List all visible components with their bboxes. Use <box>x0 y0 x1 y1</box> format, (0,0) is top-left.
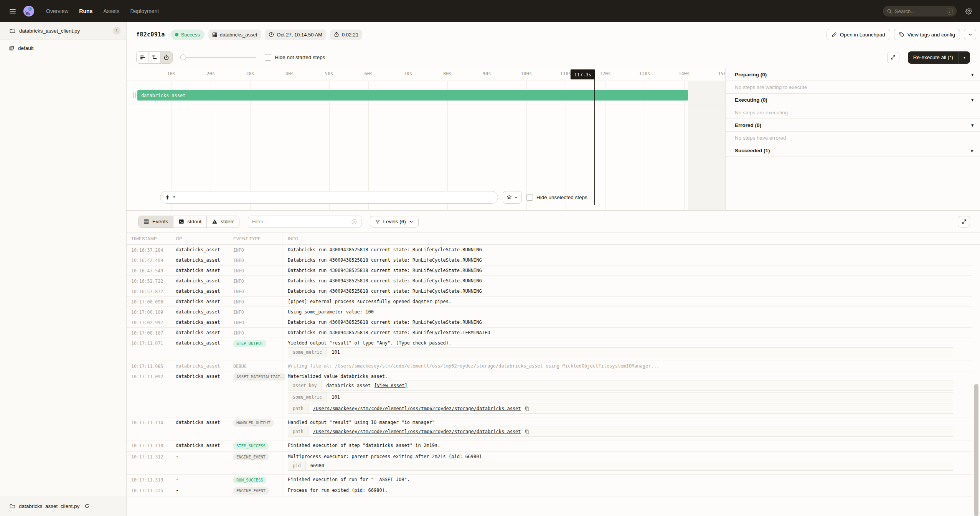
log-timestamp: 10:17:11.085 <box>127 361 172 371</box>
path-link[interactable]: /Users/smackesey/stm/code/elementl/oss/t… <box>313 429 521 434</box>
log-tabs: Eventsstdoutstderr <box>138 216 239 228</box>
gantt-chart: 10s20s30s40s50s60s70s80s90s100s110s120s1… <box>127 68 725 210</box>
waterfall-view-button[interactable] <box>148 52 160 63</box>
tab-stdout[interactable]: stdout <box>173 216 207 228</box>
levels-dropdown-button[interactable]: Levels (6) <box>370 216 419 228</box>
log-event-type-cell: STEP_SUCCESS <box>230 440 282 451</box>
log-event-type-cell: HANDLED_OUTPUT <box>230 417 282 440</box>
event-type-badge: STEP_SUCCESS <box>233 442 269 450</box>
status-section-header[interactable]: Errored (0)▾ <box>726 119 980 132</box>
status-section-header[interactable]: Preparing (0)▾ <box>726 68 980 81</box>
search-placeholder: Search... <box>895 8 915 14</box>
log-info-text: [pipes] external process successfully op… <box>288 299 965 304</box>
sidebar-item-repository[interactable]: default <box>0 40 126 57</box>
tab-events[interactable]: Events <box>139 216 173 228</box>
log-table-header: TIMESTAMP OP EVENT TYPE INFO <box>127 233 980 245</box>
status-section-header[interactable]: Succeeded (1)▸ <box>726 144 980 157</box>
gantt-zoom-slider[interactable] <box>181 54 256 61</box>
log-row: 10:16:52.722databricks_assetINFODatabric… <box>127 276 972 286</box>
log-row: 10:17:08.187databricks_assetINFODatabric… <box>127 328 972 338</box>
log-timestamp: 10:16:52.722 <box>127 276 172 286</box>
hide-not-started-checkbox[interactable] <box>265 54 271 61</box>
search-icon <box>887 8 892 14</box>
gantt-toolbar: Hide not started steps Re-execute all (*… <box>127 47 980 68</box>
open-in-launchpad-button[interactable]: Open in Launchpad <box>827 29 890 40</box>
gantt-fullscreen-button[interactable] <box>887 52 899 63</box>
dagster-logo-icon[interactable] <box>23 5 35 17</box>
gantt-step-bar[interactable]: databricks_asset <box>137 90 688 101</box>
nav-item-runs[interactable]: Runs <box>79 8 92 14</box>
log-scrollbar[interactable] <box>974 384 978 516</box>
run-start-marker <box>133 92 134 98</box>
path-link[interactable]: /Users/smackesey/stm/code/elementl/oss/t… <box>313 406 521 411</box>
menu-icon[interactable] <box>8 6 18 16</box>
caret-down-icon: ▾ <box>971 123 973 128</box>
clear-filter-icon[interactable] <box>351 219 357 225</box>
gear-icon[interactable] <box>965 8 972 15</box>
hide-not-started-control: Hide not started steps <box>265 54 325 61</box>
start-time-tag: Oct 27, 10:14:50 AM <box>265 30 326 40</box>
expand-icon <box>961 219 967 224</box>
gantt-tick-label: 70s <box>404 71 412 76</box>
sidebar-footer: databricks_asset_client.py <box>0 496 126 516</box>
copy-icon[interactable] <box>525 429 530 434</box>
view-tags-config-button[interactable]: View tags and config <box>894 29 960 40</box>
nav-item-overview[interactable]: Overview <box>46 8 68 14</box>
log-row: 10:17:11.335-ENGINE_EVENTProcess for run… <box>127 485 972 496</box>
nav-item-deployment[interactable]: Deployment <box>130 8 159 14</box>
reexecute-caret-button[interactable]: ▾ <box>959 51 970 64</box>
nav-item-assets[interactable]: Assets <box>103 8 119 14</box>
view-asset-link[interactable]: [View Asset] <box>374 383 408 388</box>
hide-not-started-label: Hide not started steps <box>275 54 325 60</box>
success-dot-icon <box>175 33 178 36</box>
run-actions-chevron-button[interactable] <box>964 29 976 40</box>
step-query-options-button[interactable] <box>503 191 522 204</box>
metadata-entry: path/Users/smackesey/stm/code/elementl/o… <box>288 404 953 414</box>
slider-knob[interactable] <box>180 54 186 60</box>
log-event-type-cell: ENGINE_EVENT <box>230 452 282 474</box>
log-event-type-cell: INFO <box>230 276 282 286</box>
event-type-label: INFO <box>233 308 244 315</box>
metadata-value: databricks_asset[View Asset] <box>322 381 953 390</box>
event-type-label: INFO <box>233 298 244 305</box>
log-filter-input[interactable]: Filter... <box>248 216 361 228</box>
gantt-tick-label: 140s <box>678 71 690 76</box>
search-input[interactable]: Search... / <box>883 6 957 16</box>
log-row: 10:17:00.109databricks_assetINFOUsing so… <box>127 307 972 317</box>
log-event-type-cell: INFO <box>230 245 282 255</box>
metadata-value: 101 <box>327 348 953 357</box>
log-info-cell: Finished execution of step "databricks_a… <box>282 440 972 451</box>
caret-right-icon: ▸ <box>971 148 973 153</box>
log-row: 10:16:42.409databricks_assetINFODatabric… <box>127 255 972 265</box>
timed-view-button[interactable] <box>160 52 172 63</box>
step-filter-input[interactable]: * <box>160 191 498 204</box>
sidebar-item-code-location[interactable]: databricks_asset_client.py 1 <box>0 22 126 40</box>
log-timestamp: 10:16:47.549 <box>127 265 172 275</box>
status-section-header[interactable]: Executing (0)▾ <box>726 94 980 106</box>
asset-grid-icon <box>212 32 217 37</box>
flat-view-button[interactable] <box>137 52 148 63</box>
log-row: 10:16:57.872databricks_assetINFODatabric… <box>127 286 972 297</box>
hide-unselected-checkbox[interactable] <box>526 194 533 201</box>
status-section-title: Preparing (0) <box>735 72 767 77</box>
log-fullscreen-button[interactable] <box>958 216 970 228</box>
primary-nav: OverviewRunsAssetsDeployment <box>46 8 159 14</box>
metadata-entry: asset_keydatabricks_asset[View Asset] <box>288 381 953 391</box>
reexecute-all-button[interactable]: Re-execute all (*) <box>908 54 959 60</box>
tab-stderr[interactable]: stderr <box>207 216 239 228</box>
copy-icon[interactable] <box>525 406 530 411</box>
log-timestamp: 10:16:37.284 <box>127 245 172 255</box>
log-timestamp: 10:17:11.071 <box>127 338 172 361</box>
log-op: databricks_asset <box>172 265 230 275</box>
log-row: 10:17:11.118databricks_assetSTEP_SUCCESS… <box>127 440 972 452</box>
column-header-info: INFO <box>282 233 980 244</box>
metadata-key: path <box>288 404 309 413</box>
log-event-type-cell: INFO <box>230 307 282 317</box>
log-event-type-cell: DEBUG <box>230 361 282 371</box>
folder-icon <box>10 28 15 34</box>
event-type-label: INFO <box>233 329 244 336</box>
reload-icon[interactable] <box>84 503 90 509</box>
hide-unselected-label: Hide unselected steps <box>536 195 587 200</box>
log-info-text: Databricks run 43009438525818 current st… <box>288 247 965 252</box>
gantt-tick-label: 100s <box>521 71 532 76</box>
